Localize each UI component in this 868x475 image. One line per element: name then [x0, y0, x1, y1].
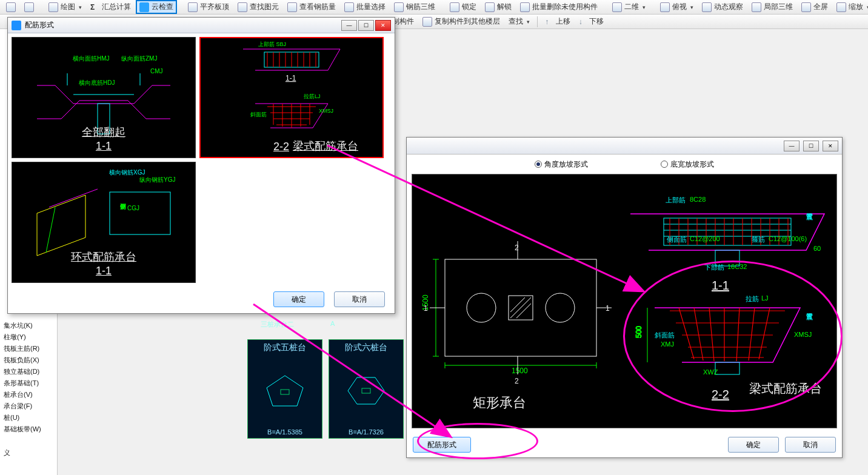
- label-upper-bar: 上部筋: [666, 196, 686, 205]
- tool-redo[interactable]: [22, 2, 36, 13]
- mini-bottom: B=A/1.5385: [267, 428, 302, 436]
- svg-rect-83: [715, 362, 739, 374]
- ok-button[interactable]: 确定: [273, 291, 324, 307]
- ok-button[interactable]: 确定: [728, 437, 779, 453]
- cancel-button[interactable]: 取消: [334, 291, 385, 307]
- find-icon: [238, 2, 247, 12]
- sidebar-item[interactable]: 桩承台(V): [0, 389, 57, 400]
- app-icon: [12, 21, 21, 30]
- tool-rebar-3d[interactable]: 钢筋三维: [392, 1, 438, 13]
- sidebar-item[interactable]: 筏板负筋(X): [0, 354, 57, 366]
- close-button[interactable]: ✕: [823, 141, 838, 151]
- label-tie: 拉筋: [746, 294, 759, 304]
- maximize-button[interactable]: ☐: [358, 20, 374, 31]
- value-tie[interactable]: LJ: [761, 294, 769, 302]
- thumb-option-1[interactable]: 横向面筋HMJ 纵向面筋ZMJ 横向底筋HDJ CMJ 全部翻起 1-1: [12, 37, 196, 158]
- value-stirrup[interactable]: C12@100(6): [769, 235, 807, 242]
- cap-detail-panel: — ☐ ✕ 角度放坡形式 底宽放坡形式 1500 1500 2 2 1 1: [406, 137, 843, 458]
- sidebar-item[interactable]: 义: [0, 447, 57, 459]
- tool-2d[interactable]: 二维: [610, 1, 648, 13]
- tool-move-down[interactable]: ↓ 下移: [576, 16, 606, 27]
- orbit-icon: [702, 2, 712, 12]
- thumb-gallery: 横向面筋HMJ 纵向面筋ZMJ 横向底筋HDJ CMJ 全部翻起 1-1 1-1…: [8, 33, 395, 287]
- tool-view-rebar[interactable]: 查看钢筋量: [285, 1, 338, 13]
- rebar-form-dialog: 配筋形式 — ☐ ✕ 横向面筋HMJ 纵向面筋ZMJ 横向底筋HDJ CMJ 全…: [7, 17, 395, 314]
- sidebar-item[interactable]: 条形基础(T): [0, 377, 57, 389]
- zoom-icon: [836, 2, 846, 12]
- rebar-icon: [287, 2, 297, 12]
- value-xwz[interactable]: XWZ: [703, 368, 718, 376]
- tool-lock[interactable]: 锁定: [447, 1, 479, 13]
- mini-thumb-6pile[interactable]: 阶式六桩台 B=A/1.7326: [329, 339, 404, 439]
- slope-options: 角度放坡形式 底宽放坡形式: [407, 154, 842, 171]
- tool-cloud-check[interactable]: 云检查: [137, 1, 176, 13]
- radio-width-slope[interactable]: 底宽放坡形式: [661, 159, 714, 170]
- value-lower-bar[interactable]: 16C32: [727, 263, 747, 270]
- radio-angle-slope[interactable]: 角度放坡形式: [535, 159, 588, 170]
- config-rebar-button[interactable]: 配筋形式: [413, 437, 471, 453]
- thumb-option-2[interactable]: 1-1 上部筋 SBJ 拉筋LJ XMSJ 斜面筋 梁式配筋承台 2-2: [199, 37, 384, 158]
- svg-text:1-1: 1-1: [285, 74, 296, 82]
- sidebar-item[interactable]: 独立基础(D): [0, 366, 57, 377]
- minimize-button[interactable]: —: [784, 141, 800, 151]
- main-toolbar-1: 绘图 Σ 汇总计算 云检查 平齐板顶 查找图元 查看钢筋量 批量选择 钢筋三维 …: [0, 0, 868, 15]
- sidebar-item[interactable]: 基础板带(W): [0, 424, 57, 435]
- draw-icon: [48, 2, 58, 12]
- thumb-cap-top: 梁式配筋承台: [293, 139, 358, 153]
- tool-draw[interactable]: 绘图: [46, 1, 84, 13]
- svg-line-76: [679, 308, 694, 359]
- level-icon: [188, 2, 198, 12]
- sidebar-item[interactable]: 筏板主筋(R): [0, 343, 57, 354]
- tool-local-3d[interactable]: 局部三维: [749, 1, 795, 13]
- tool-unlock[interactable]: 解锁: [482, 1, 514, 13]
- lock-icon: [450, 2, 459, 12]
- svg-text:1: 1: [424, 304, 428, 313]
- tool-find[interactable]: 查找: [506, 16, 532, 27]
- sidebar-item[interactable]: 承台梁(F): [0, 400, 57, 412]
- detail-canvas: 1500 1500 2 2 1 1 矩形承台: [412, 174, 837, 428]
- tool-top-view[interactable]: 俯视: [658, 1, 696, 13]
- minimize-button[interactable]: —: [341, 20, 357, 31]
- value-xmsj[interactable]: XMSJ: [794, 331, 812, 338]
- redo-icon: [24, 2, 34, 12]
- tool-orbit[interactable]: 动态观察: [699, 1, 746, 13]
- thumb-cap-top: 全部翻起: [82, 125, 125, 139]
- svg-line-33: [510, 297, 531, 318]
- tool-undo[interactable]: [4, 2, 18, 13]
- svg-rect-24: [110, 192, 170, 234]
- local3d-icon: [752, 2, 761, 12]
- svg-text:2: 2: [515, 244, 519, 252]
- thumb-cap-bot: 2-2: [273, 141, 289, 153]
- panel-titlebar[interactable]: — ☐ ✕: [407, 138, 842, 154]
- maximize-button[interactable]: ☐: [803, 141, 819, 151]
- topview-icon: [660, 2, 670, 12]
- svg-line-81: [749, 308, 755, 360]
- cancel-button[interactable]: 取消: [785, 437, 836, 453]
- tool-fullscreen[interactable]: 全屏: [799, 1, 830, 13]
- sidebar-item[interactable]: 桩(U): [0, 412, 57, 424]
- dialog-title: 配筋形式: [25, 20, 54, 30]
- mini-thumb-5pile[interactable]: 阶式五桩台 B=A/1.5385: [247, 339, 322, 439]
- svg-rect-26: [281, 390, 289, 394]
- dialog-titlebar[interactable]: 配筋形式 — ☐ ✕: [8, 18, 395, 33]
- value-upper-bar[interactable]: 8C28: [690, 196, 706, 203]
- svg-text:500: 500: [635, 326, 643, 338]
- tool-level-top[interactable]: 平齐板顶: [185, 1, 232, 13]
- thumb-option-3[interactable]: 横向钢筋XGJ 纵向钢筋YGJ 侧面钢筋 CGJ 环式配筋承台 1-1: [12, 162, 196, 283]
- tool-find-element[interactable]: 查找图元: [235, 1, 281, 13]
- close-button[interactable]: ✕: [375, 20, 391, 31]
- svg-line-34: [510, 297, 525, 312]
- sidebar-item[interactable]: 集水坑(K): [0, 320, 57, 331]
- tool-copy-to-floor[interactable]: 复制构件到其他楼层: [420, 16, 502, 27]
- cloud-icon: [139, 2, 149, 12]
- tool-move-up[interactable]: ↑ 上移: [542, 16, 572, 27]
- sidebar-item[interactable]: 柱墩(Y): [0, 331, 57, 343]
- thumb-cap-bot: 1-1: [96, 265, 112, 277]
- svg-text:2: 2: [515, 377, 519, 385]
- tool-batch-select[interactable]: 批量选择: [342, 1, 388, 13]
- tool-sum[interactable]: Σ 汇总计算: [88, 1, 133, 13]
- value-side-bar[interactable]: C12@200: [690, 235, 720, 242]
- value-xmj[interactable]: XMJ: [661, 340, 674, 348]
- tool-zoom[interactable]: 缩放: [834, 1, 868, 13]
- tool-batch-del-unused[interactable]: 批量删除未使用构件: [518, 1, 600, 13]
